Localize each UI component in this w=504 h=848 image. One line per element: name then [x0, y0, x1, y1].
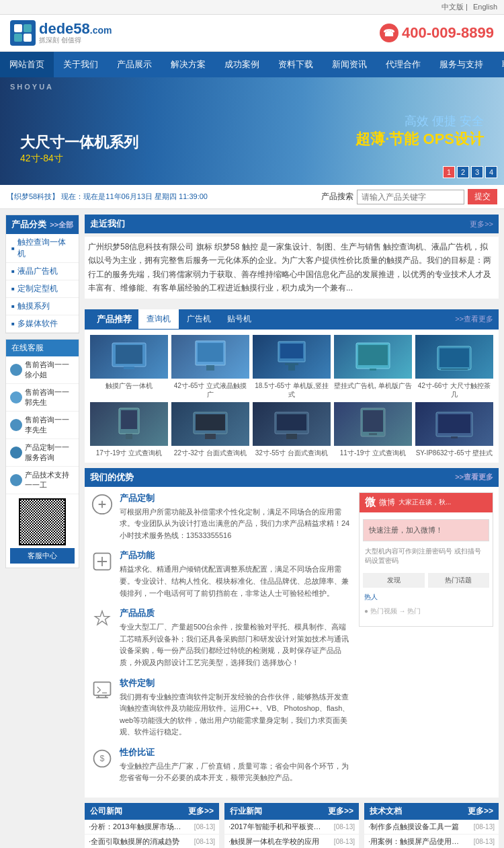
tab-query[interactable]: 查询机: [138, 309, 179, 329]
nav-cases[interactable]: 成功案例: [215, 52, 269, 77]
tech-docs-more[interactable]: 更多>>: [468, 806, 493, 817]
cat-item-5[interactable]: 多媒体软件: [6, 315, 79, 333]
prod-item-3[interactable]: 18.5寸-65寸 单机版,竖挂式: [253, 335, 331, 399]
adv-header: 我们的优势 >>查看更多: [85, 468, 499, 487]
svg-rect-16: [370, 369, 376, 371]
search-button[interactable]: 提交: [468, 189, 497, 204]
nav-solutions[interactable]: 解决方案: [161, 52, 215, 77]
news-item-c1[interactable]: ·分析：2013年触摸屏市场共赢[08-13]: [85, 820, 219, 835]
service-center-button[interactable]: 客服中心: [10, 548, 75, 564]
news-item-i1[interactable]: ·2017年智能手机和平板资讯汇[08-13]: [224, 820, 359, 835]
about-box: 走近我们 更多>> 广州织梦58信息科技有限公司 旗标 织梦58 触控 是一家集…: [85, 215, 499, 304]
cat-item-2[interactable]: 液晶广告机: [6, 263, 79, 280]
industry-news: 行业新闻 更多>> ·2017年智能手机和平板资讯汇[08-13] ·触摸屏一体…: [224, 803, 359, 848]
cat-all[interactable]: >>全部: [50, 220, 73, 230]
industry-news-header: 行业新闻 更多>>: [224, 803, 359, 820]
logo: dede58.com 抓深刻 创值得: [10, 20, 112, 46]
prod-name-1: 触摸广告一体机: [90, 381, 168, 390]
news-item-t2[interactable]: ·用案例：触摸屏产品使用注意[08-13]: [364, 835, 499, 848]
news-item-i2[interactable]: ·触摸屏一体机在学校的应用[08-13]: [224, 835, 359, 848]
svg-rect-21: [121, 410, 137, 429]
search-right: 产品搜索 提交: [321, 189, 497, 204]
products-section: 产品推荐 查询机 广告机 贴号机 >>查看更多 触摸广告一体机: [85, 309, 499, 463]
prod-name-6: 17寸-19寸 立式查询机: [90, 449, 168, 457]
svg-rect-0: [14, 24, 22, 32]
weibo-link[interactable]: 热人: [363, 591, 489, 603]
slide-4[interactable]: 4: [485, 166, 497, 178]
online-item-1[interactable]: 售前咨询一一徐小姐: [6, 356, 79, 384]
nav-contact[interactable]: 联系我们: [493, 52, 504, 77]
slide-2[interactable]: 2: [457, 166, 469, 178]
search-input[interactable]: [357, 190, 464, 204]
about-section: 走近我们 更多>> 广州织梦58信息科技有限公司 旗标 织梦58 触控 是一家集…: [85, 215, 499, 304]
avatar-2: [10, 391, 22, 403]
prod-item-4[interactable]: 壁挂式广告机, 单机版广告: [334, 335, 412, 399]
prod-item-10[interactable]: SY-IP8632寸-65寸 壁挂式: [415, 402, 493, 457]
company-news-title: 公司新闻: [90, 806, 122, 817]
about-more[interactable]: 更多>>: [470, 219, 493, 229]
main-content: 产品分类 >>全部 触控查询一体机 液晶广告机 定制定型机 触摸系列 多媒体软件…: [0, 209, 504, 848]
prod-tab-group: 产品推荐 查询机 广告机 贴号机: [90, 309, 259, 330]
prod-item-5[interactable]: 42寸-66寸 大尺寸触控茶几: [415, 335, 493, 399]
prod-section-title: 产品推荐: [90, 309, 138, 330]
svg-rect-30: [363, 410, 383, 432]
nav-news[interactable]: 新闻资讯: [323, 52, 376, 77]
cat-item-4[interactable]: 触摸系列: [6, 298, 79, 315]
prod-item-2[interactable]: 42寸-65寸 立式液晶触摸广: [171, 335, 249, 399]
cat-item-1[interactable]: 触控查询一体机: [6, 234, 79, 263]
company-news-header: 公司新闻 更多>>: [85, 803, 219, 820]
nav-partner[interactable]: 代理合作: [376, 52, 430, 77]
prod-name-10: SY-IP8632寸-65寸 壁挂式: [415, 449, 493, 457]
notice-text: 【织梦58科技】 现在：现在是11年06月13日 星期四 11:39:00: [7, 192, 208, 202]
tab-ad[interactable]: 广告机: [179, 309, 219, 329]
industry-news-more[interactable]: 更多>>: [328, 806, 353, 817]
weibo-hot[interactable]: 热门话题: [428, 573, 490, 588]
slide-1[interactable]: 1: [443, 166, 455, 178]
svg-rect-31: [369, 433, 377, 435]
online-item-2[interactable]: 售前咨询一一郭先生: [6, 384, 79, 412]
adv-text-3: 产品品质 专业大型工厂、产量超500台余件，按量检验对平托、模具制作、高端工芯晴…: [120, 607, 352, 668]
news-item-c2[interactable]: ·全面引取触摸屏的消减趋势[08-13]: [85, 835, 219, 848]
tab-sticker[interactable]: 贴号机: [219, 309, 259, 329]
prod-item-6[interactable]: 17寸-19寸 立式查询机: [90, 402, 168, 457]
nav-products[interactable]: 产品展示: [108, 52, 161, 77]
weibo-discover[interactable]: 发现: [363, 573, 425, 588]
nav-home[interactable]: 网站首页: [0, 52, 54, 77]
cat-item-3[interactable]: 定制定型机: [6, 280, 79, 298]
phone-number[interactable]: 400-009-8899: [402, 24, 494, 42]
adv-right: 微 微博 大家正在谈，秋... 快速注册，加入微博！ 大型机内容可作则注册密码号…: [359, 492, 493, 793]
function-icon: [90, 549, 114, 574]
weibo-video[interactable]: ● 热门视频 → 热门: [363, 605, 489, 617]
online-item-4[interactable]: 产品定制一一服务咨询: [6, 439, 79, 467]
hero-line2: 超薄·节能 OPS设计: [355, 129, 484, 149]
tech-docs-title: 技术文档: [370, 806, 402, 817]
hero-sub-text: 42寸-84寸: [20, 153, 138, 165]
nav-about[interactable]: 关于我们: [54, 52, 108, 77]
products-more[interactable]: >>查看更多: [455, 314, 493, 324]
adv-item-1: 产品定制 可根据用户所需功能及补偿需求个性化定制，满足不同场合的应用需求。专业团…: [90, 492, 352, 542]
weibo-cta[interactable]: 快速注册，加入微博！: [363, 519, 489, 541]
company-news-more[interactable]: 更多>>: [188, 806, 214, 817]
customize-icon: [90, 492, 114, 516]
online-item-3[interactable]: 售前咨询一一李先生: [6, 412, 79, 439]
adv-more[interactable]: >>查看更多: [455, 472, 493, 482]
nav-service[interactable]: 服务与支持: [430, 52, 493, 77]
weibo-body: 快速注册，加入微博！ 大型机内容可作则注册密码号 或扫描号码设置密码 发现 热门…: [360, 512, 493, 621]
prod-item-8[interactable]: 32寸-55寸 台面式查询机: [253, 402, 331, 457]
online-item-5[interactable]: 产品技术支持一一工: [6, 467, 79, 494]
lang-en[interactable]: English: [473, 3, 497, 11]
phone-icon: ☎: [380, 24, 398, 42]
slide-3[interactable]: 3: [471, 166, 483, 178]
slogan: 抓深刻 创值得: [39, 36, 112, 44]
prod-item-1[interactable]: 触摸广告一体机: [90, 335, 168, 399]
lang-cn[interactable]: 中文版: [442, 3, 464, 11]
prod-item-9[interactable]: 11寸-19寸 立式查询机: [334, 402, 412, 457]
adv-text-2: 产品功能 精益求化、精通用户倾销优配置调整系统配置，满足不同场合应用需要。专业设…: [120, 549, 352, 599]
news-item-t1[interactable]: ·制作多点触摸设备工具一篇[08-13]: [364, 820, 499, 835]
prod-img-4: [334, 335, 412, 379]
product-tabs: 产品推荐 查询机 广告机 贴号机 >>查看更多: [85, 309, 499, 330]
prod-name-4: 壁挂式广告机, 单机版广告: [334, 381, 412, 390]
prod-item-7[interactable]: 22寸-32寸 台面式查询机: [171, 402, 249, 457]
nav-download[interactable]: 资料下载: [269, 52, 323, 77]
svg-rect-9: [206, 365, 214, 371]
